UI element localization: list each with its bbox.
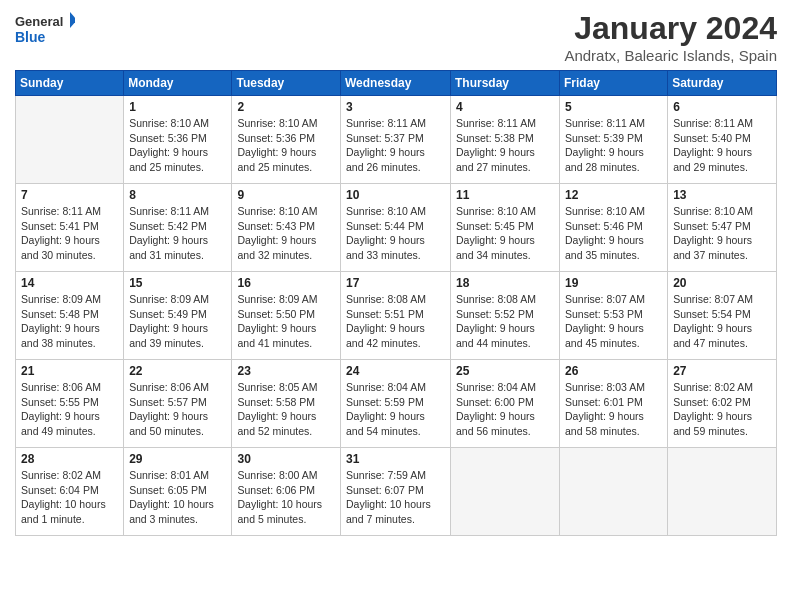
day-number: 13 xyxy=(673,188,771,202)
day-cell: 19Sunrise: 8:07 AMSunset: 5:53 PMDayligh… xyxy=(560,272,668,360)
logo-svg: General Blue xyxy=(15,10,75,50)
day-info: Sunrise: 8:07 AMSunset: 5:54 PMDaylight:… xyxy=(673,292,771,351)
day-info: Sunrise: 8:11 AMSunset: 5:42 PMDaylight:… xyxy=(129,204,226,263)
day-number: 21 xyxy=(21,364,118,378)
day-info: Sunrise: 8:10 AMSunset: 5:46 PMDaylight:… xyxy=(565,204,662,263)
day-info: Sunrise: 8:06 AMSunset: 5:57 PMDaylight:… xyxy=(129,380,226,439)
day-cell: 11Sunrise: 8:10 AMSunset: 5:45 PMDayligh… xyxy=(451,184,560,272)
month-title: January 2024 xyxy=(564,10,777,47)
day-info: Sunrise: 8:10 AMSunset: 5:36 PMDaylight:… xyxy=(237,116,335,175)
day-info: Sunrise: 8:11 AMSunset: 5:38 PMDaylight:… xyxy=(456,116,554,175)
day-number: 2 xyxy=(237,100,335,114)
day-number: 10 xyxy=(346,188,445,202)
title-block: January 2024 Andratx, Balearic Islands, … xyxy=(564,10,777,64)
day-number: 19 xyxy=(565,276,662,290)
day-info: Sunrise: 8:03 AMSunset: 6:01 PMDaylight:… xyxy=(565,380,662,439)
day-info: Sunrise: 8:09 AMSunset: 5:48 PMDaylight:… xyxy=(21,292,118,351)
day-number: 24 xyxy=(346,364,445,378)
day-info: Sunrise: 7:59 AMSunset: 6:07 PMDaylight:… xyxy=(346,468,445,527)
day-number: 7 xyxy=(21,188,118,202)
day-number: 27 xyxy=(673,364,771,378)
header-saturday: Saturday xyxy=(668,71,777,96)
day-cell: 31Sunrise: 7:59 AMSunset: 6:07 PMDayligh… xyxy=(341,448,451,536)
day-number: 22 xyxy=(129,364,226,378)
day-info: Sunrise: 8:08 AMSunset: 5:51 PMDaylight:… xyxy=(346,292,445,351)
day-number: 14 xyxy=(21,276,118,290)
day-number: 29 xyxy=(129,452,226,466)
day-cell: 21Sunrise: 8:06 AMSunset: 5:55 PMDayligh… xyxy=(16,360,124,448)
day-number: 9 xyxy=(237,188,335,202)
day-info: Sunrise: 8:09 AMSunset: 5:49 PMDaylight:… xyxy=(129,292,226,351)
header-friday: Friday xyxy=(560,71,668,96)
day-cell: 25Sunrise: 8:04 AMSunset: 6:00 PMDayligh… xyxy=(451,360,560,448)
day-cell: 2Sunrise: 8:10 AMSunset: 5:36 PMDaylight… xyxy=(232,96,341,184)
day-number: 31 xyxy=(346,452,445,466)
day-info: Sunrise: 8:11 AMSunset: 5:39 PMDaylight:… xyxy=(565,116,662,175)
day-cell: 29Sunrise: 8:01 AMSunset: 6:05 PMDayligh… xyxy=(124,448,232,536)
day-number: 3 xyxy=(346,100,445,114)
day-number: 12 xyxy=(565,188,662,202)
day-cell: 24Sunrise: 8:04 AMSunset: 5:59 PMDayligh… xyxy=(341,360,451,448)
day-cell xyxy=(16,96,124,184)
day-number: 25 xyxy=(456,364,554,378)
day-info: Sunrise: 8:04 AMSunset: 6:00 PMDaylight:… xyxy=(456,380,554,439)
header-monday: Monday xyxy=(124,71,232,96)
day-cell: 16Sunrise: 8:09 AMSunset: 5:50 PMDayligh… xyxy=(232,272,341,360)
week-row-3: 21Sunrise: 8:06 AMSunset: 5:55 PMDayligh… xyxy=(16,360,777,448)
day-info: Sunrise: 8:02 AMSunset: 6:04 PMDaylight:… xyxy=(21,468,118,527)
day-number: 23 xyxy=(237,364,335,378)
day-cell: 4Sunrise: 8:11 AMSunset: 5:38 PMDaylight… xyxy=(451,96,560,184)
day-cell: 15Sunrise: 8:09 AMSunset: 5:49 PMDayligh… xyxy=(124,272,232,360)
week-row-0: 1Sunrise: 8:10 AMSunset: 5:36 PMDaylight… xyxy=(16,96,777,184)
day-number: 30 xyxy=(237,452,335,466)
day-cell xyxy=(668,448,777,536)
day-number: 6 xyxy=(673,100,771,114)
location-title: Andratx, Balearic Islands, Spain xyxy=(564,47,777,64)
day-cell xyxy=(451,448,560,536)
calendar-table: SundayMondayTuesdayWednesdayThursdayFrid… xyxy=(15,70,777,536)
day-info: Sunrise: 8:11 AMSunset: 5:41 PMDaylight:… xyxy=(21,204,118,263)
week-row-4: 28Sunrise: 8:02 AMSunset: 6:04 PMDayligh… xyxy=(16,448,777,536)
week-row-1: 7Sunrise: 8:11 AMSunset: 5:41 PMDaylight… xyxy=(16,184,777,272)
day-number: 26 xyxy=(565,364,662,378)
svg-text:Blue: Blue xyxy=(15,29,46,45)
header: General Blue January 2024 Andratx, Balea… xyxy=(15,10,777,64)
day-info: Sunrise: 8:08 AMSunset: 5:52 PMDaylight:… xyxy=(456,292,554,351)
day-cell: 27Sunrise: 8:02 AMSunset: 6:02 PMDayligh… xyxy=(668,360,777,448)
day-cell: 10Sunrise: 8:10 AMSunset: 5:44 PMDayligh… xyxy=(341,184,451,272)
day-info: Sunrise: 8:10 AMSunset: 5:45 PMDaylight:… xyxy=(456,204,554,263)
day-number: 17 xyxy=(346,276,445,290)
header-thursday: Thursday xyxy=(451,71,560,96)
day-number: 28 xyxy=(21,452,118,466)
logo: General Blue xyxy=(15,10,75,50)
day-info: Sunrise: 8:10 AMSunset: 5:43 PMDaylight:… xyxy=(237,204,335,263)
day-cell: 14Sunrise: 8:09 AMSunset: 5:48 PMDayligh… xyxy=(16,272,124,360)
day-cell: 26Sunrise: 8:03 AMSunset: 6:01 PMDayligh… xyxy=(560,360,668,448)
day-number: 4 xyxy=(456,100,554,114)
day-number: 18 xyxy=(456,276,554,290)
day-cell: 9Sunrise: 8:10 AMSunset: 5:43 PMDaylight… xyxy=(232,184,341,272)
day-cell: 5Sunrise: 8:11 AMSunset: 5:39 PMDaylight… xyxy=(560,96,668,184)
day-cell: 23Sunrise: 8:05 AMSunset: 5:58 PMDayligh… xyxy=(232,360,341,448)
page: General Blue January 2024 Andratx, Balea… xyxy=(0,0,792,612)
day-number: 20 xyxy=(673,276,771,290)
day-info: Sunrise: 8:10 AMSunset: 5:44 PMDaylight:… xyxy=(346,204,445,263)
header-tuesday: Tuesday xyxy=(232,71,341,96)
day-cell: 8Sunrise: 8:11 AMSunset: 5:42 PMDaylight… xyxy=(124,184,232,272)
day-cell: 1Sunrise: 8:10 AMSunset: 5:36 PMDaylight… xyxy=(124,96,232,184)
day-cell: 22Sunrise: 8:06 AMSunset: 5:57 PMDayligh… xyxy=(124,360,232,448)
day-info: Sunrise: 8:06 AMSunset: 5:55 PMDaylight:… xyxy=(21,380,118,439)
day-number: 15 xyxy=(129,276,226,290)
day-cell: 7Sunrise: 8:11 AMSunset: 5:41 PMDaylight… xyxy=(16,184,124,272)
day-info: Sunrise: 8:05 AMSunset: 5:58 PMDaylight:… xyxy=(237,380,335,439)
day-number: 16 xyxy=(237,276,335,290)
day-number: 11 xyxy=(456,188,554,202)
day-cell xyxy=(560,448,668,536)
day-cell: 28Sunrise: 8:02 AMSunset: 6:04 PMDayligh… xyxy=(16,448,124,536)
day-number: 5 xyxy=(565,100,662,114)
day-info: Sunrise: 8:02 AMSunset: 6:02 PMDaylight:… xyxy=(673,380,771,439)
day-cell: 20Sunrise: 8:07 AMSunset: 5:54 PMDayligh… xyxy=(668,272,777,360)
day-cell: 12Sunrise: 8:10 AMSunset: 5:46 PMDayligh… xyxy=(560,184,668,272)
day-cell: 17Sunrise: 8:08 AMSunset: 5:51 PMDayligh… xyxy=(341,272,451,360)
day-info: Sunrise: 8:09 AMSunset: 5:50 PMDaylight:… xyxy=(237,292,335,351)
